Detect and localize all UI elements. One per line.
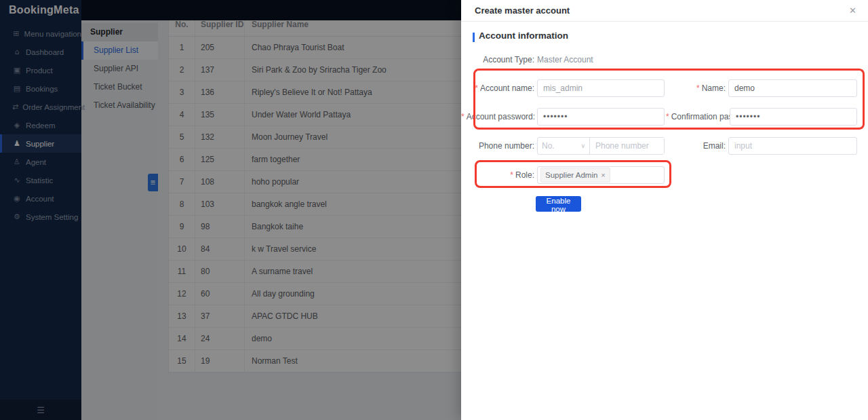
phone-number-group: No. ∨ [537,137,665,155]
create-master-account-drawer: Create master account ✕ Account informat… [461,0,868,420]
phone-number-label: Phone number: [461,137,534,155]
phone-number-input[interactable] [590,138,664,154]
account-name-input[interactable] [537,79,665,97]
role-tag: Supplier Admin × [540,168,610,183]
required-asterisk: * [696,83,700,93]
account-password-input[interactable] [537,108,665,126]
account-name-label: *Account name: [461,79,534,97]
required-asterisk: * [510,170,513,180]
phone-code-placeholder: No. [542,141,555,151]
role-label: *Role: [461,166,534,184]
drawer-title: Create master account [475,0,570,21]
phone-code-select[interactable]: No. ∨ [538,138,590,154]
role-input[interactable]: Supplier Admin × [537,166,665,184]
confirmation-password-input[interactable] [730,108,857,126]
section-title: Account information [479,31,568,41]
required-asterisk: * [475,83,478,93]
confirmation-password-label: *Confirmation password: [666,108,730,126]
name-input[interactable] [728,79,857,97]
name-label: *Name: [655,79,726,97]
email-input[interactable] [728,137,857,155]
drawer-mask[interactable] [0,0,461,420]
email-label: Email: [655,137,726,155]
account-password-label: *Account password: [461,108,534,126]
required-asterisk: * [666,112,669,121]
chevron-down-icon: ∨ [580,142,585,149]
section-accent-bar [473,33,475,42]
role-tag-label: Supplier Admin [545,171,597,179]
account-type-value: Master Account [537,55,593,64]
enable-now-button[interactable]: Enable now [536,196,581,212]
required-asterisk: * [461,112,465,121]
close-icon[interactable]: ✕ [849,0,856,21]
tag-close-icon[interactable]: × [601,171,605,179]
account-type-label: Account Type: [461,55,534,64]
divider [461,21,868,22]
